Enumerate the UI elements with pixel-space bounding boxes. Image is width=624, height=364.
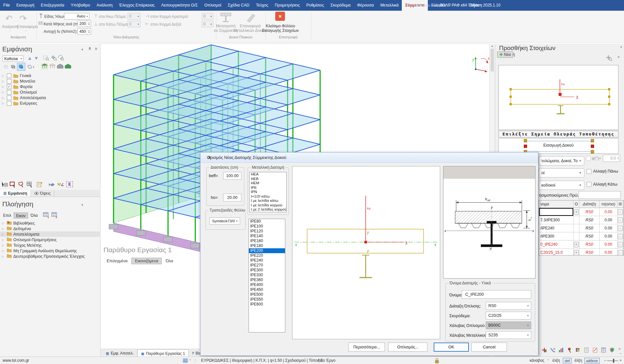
family-item[interactable]: HEA: [250, 172, 286, 177]
size-item[interactable]: IPE270: [249, 263, 285, 268]
menu-item[interactable]: Εισαγωγή: [13, 0, 37, 11]
snap-toggle[interactable]: έλξη: [552, 358, 560, 363]
tree-item[interactable]: ▷ B Αποτελέσματα: [0, 231, 101, 237]
dialog-title-bar[interactable]: Ορισμός Νέας Διατομής Σύμμεικτης Δοκού ✕: [200, 152, 538, 163]
scope-select[interactable]: Καθολικ▾: [3, 56, 23, 62]
size-item[interactable]: IPE140: [249, 234, 285, 239]
checkbox[interactable]: [7, 84, 11, 89]
table-row[interactable]: 0_IPE240 < RS0 0.00 ...: [539, 240, 624, 249]
family-item[interactable]: IPE: [250, 186, 286, 190]
size-item[interactable]: IPE100: [249, 224, 285, 229]
more-button[interactable]: ...: [618, 250, 623, 255]
pan-icon[interactable]: [606, 55, 612, 61]
report-icon[interactable]: [584, 347, 590, 353]
menu-item[interactable]: Τεύχος: [253, 0, 272, 11]
strength-stepper[interactable]: 450▲▼: [77, 28, 91, 35]
model-solid-green-icon[interactable]: [64, 63, 72, 70]
table-row[interactable]: /IPE240 RS0 0.00 ...: [539, 224, 624, 232]
dimension-icon[interactable]: ⊦d⊦: [48, 181, 55, 188]
menu-item[interactable]: Φέρουσα: [354, 0, 377, 11]
element-kind-select[interactable]: τυλώματα, Δοκοί, Το▼: [539, 156, 584, 165]
menu-item[interactable]: Ανάλυση: [93, 0, 116, 11]
table-1-icon[interactable]: 1: [43, 212, 49, 218]
concrete-select[interactable]: C20/25▾: [486, 312, 531, 319]
caret-icon[interactable]: ▷: [2, 74, 7, 77]
checkbox[interactable]: [7, 101, 11, 106]
resize-grip[interactable]: ⋱: [534, 350, 537, 354]
size-item[interactable]: IPE220: [249, 253, 285, 258]
caret-icon[interactable]: ▷: [2, 80, 7, 83]
snap-toggle-2[interactable]: έλξη: [575, 358, 582, 363]
close-icon[interactable]: ✕: [207, 155, 212, 160]
nail-kind-select[interactable]: Άνευ▾: [64, 13, 89, 20]
model-canopy-green-icon[interactable]: [41, 63, 48, 70]
tab-views[interactable]: Όψεις: [31, 190, 54, 197]
menu-item[interactable]: Μεταλλικά: [377, 0, 402, 11]
tree-item[interactable]: ▷ B Τεύχος Μελέτης: [0, 242, 101, 248]
caret-icon[interactable]: ▷: [2, 233, 7, 236]
reinforcement-button[interactable]: Οπλισμός...: [388, 343, 427, 352]
status-url[interactable]: www.tol.com.gr: [3, 358, 29, 363]
beam-type-select[interactable]: οί▼: [539, 168, 584, 177]
deck-select[interactable]: Symdeck73/0▾: [210, 217, 240, 225]
table-row[interactable]: 7.3/IPE300 RS0 0.00 ...: [539, 216, 624, 224]
used-sections-field[interactable]: [578, 191, 621, 199]
change-top-checkbox[interactable]: [587, 169, 591, 174]
cube-solid-button[interactable]: [17, 63, 25, 71]
size-item[interactable]: IPE200: [249, 248, 285, 253]
angle-psi-icon[interactable]: Ψ∠: [57, 181, 64, 188]
view-tab[interactable]: Εικονιζόμενα: [131, 258, 162, 264]
size-item[interactable]: IPE160: [249, 239, 285, 243]
select-add-icon[interactable]: [1, 181, 8, 188]
close-sheet-label[interactable]: Κλείσιμο Φύλλου: [259, 24, 302, 28]
more-button[interactable]: ...: [618, 226, 623, 231]
caret-icon[interactable]: ▷: [2, 249, 7, 253]
model-canopy-outline-icon[interactable]: [49, 63, 56, 70]
family-item[interactable]: HEB: [250, 177, 286, 181]
tab-selected[interactable]: Επιλ: [1, 213, 13, 218]
caret-icon[interactable]: ▷: [2, 255, 7, 258]
menu-item[interactable]: Σχέδια CAD: [224, 0, 253, 11]
rebar-steel-select[interactable]: B500C▾: [486, 321, 531, 329]
ok-button[interactable]: OK: [434, 343, 469, 352]
rebar-layout-select[interactable]: RS0▾: [486, 302, 531, 310]
view-tab[interactable]: Όλα: [162, 258, 176, 264]
scroll-up-icon[interactable]: ▲: [491, 45, 494, 47]
family-item[interactable]: IPN: [250, 190, 286, 194]
tree-item[interactable]: ▷ Μοντέλο: [0, 78, 101, 84]
table-row[interactable]: C20/25_15.0 < RS0 0.00 ...: [539, 249, 624, 255]
menu-item[interactable]: Οπλισμοί: [201, 0, 224, 11]
bar-chart-icon[interactable]: [558, 347, 564, 353]
model-solid-gray-icon[interactable]: [57, 63, 64, 70]
collapse-icon[interactable]: ◂: [620, 45, 622, 48]
menu-item[interactable]: Υπόβαθρο: [67, 0, 93, 11]
zoom-out-icon[interactable]: −: [604, 358, 606, 363]
close-sheet-icon[interactable]: ✕: [275, 12, 285, 21]
chevron-down-icon[interactable]: ▾: [81, 47, 83, 52]
family-item[interactable]: I με λεπίδα κορμού: [250, 203, 286, 208]
select-grid-icon[interactable]: [27, 181, 34, 188]
table-doc-icon[interactable]: [601, 347, 606, 353]
caret-icon[interactable]: ▷: [2, 227, 7, 230]
tree-item[interactable]: ▷ Γενικά: [0, 73, 101, 78]
tree-item[interactable]: ▷ B Δευτεροβάθμιος Προσεισμικός Έλεγχος: [0, 254, 101, 259]
undo-label[interactable]: Αναίρεση: [2, 24, 18, 29]
pin-icon[interactable]: [88, 47, 92, 51]
tree-item[interactable]: ▷ B Μη Γραμμική Ανάλυση Θεμελίωσης: [0, 248, 101, 254]
caret-icon[interactable]: ▷: [2, 91, 7, 94]
properties-sheet-icon[interactable]: [36, 181, 44, 188]
assign-button[interactable]: <: [574, 209, 579, 215]
chevron-down-icon[interactable]: ˅: [189, 358, 191, 361]
assign-button[interactable]: <: [574, 250, 579, 255]
family-item[interactable]: HEM: [250, 181, 286, 186]
family-item[interactable]: I+1/2I κάτω: [250, 194, 286, 199]
scrollbar-thumb[interactable]: [491, 49, 494, 72]
menu-item[interactable]: Προμετρήσεις: [272, 0, 303, 11]
ortho-toggle[interactable]: κάθετα: [584, 358, 600, 363]
tab-display[interactable]: ≣ Εμφάνιση: [0, 190, 31, 197]
zoom-in-icon[interactable]: +: [619, 358, 622, 363]
tab-all[interactable]: Όλα: [29, 213, 40, 218]
caret-icon[interactable]: ▷: [2, 222, 7, 225]
family-item[interactable]: I με λεπίδα κάτω: [250, 199, 286, 203]
cube-wireframe-icon[interactable]: [10, 64, 16, 70]
